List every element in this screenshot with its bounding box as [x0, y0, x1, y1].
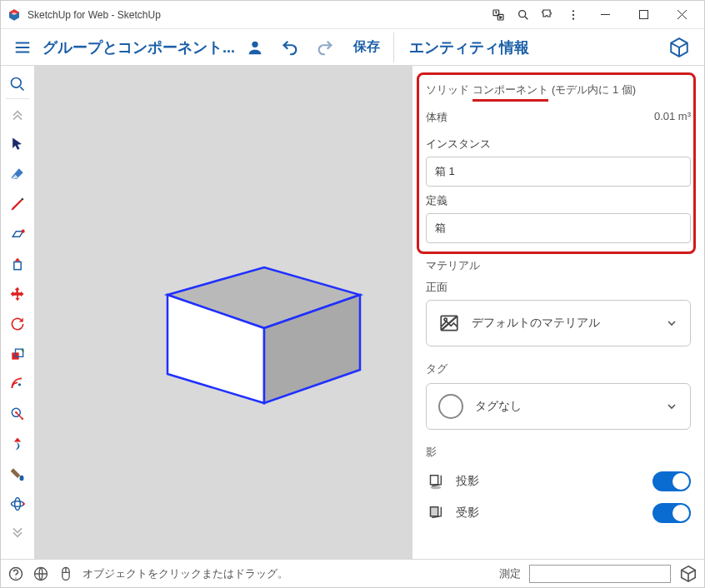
maximize-button[interactable]	[624, 1, 662, 29]
tag-swatch-icon	[438, 394, 463, 419]
search-tool[interactable]	[1, 69, 34, 99]
tag-dropdown[interactable]: タグなし	[426, 383, 691, 430]
svg-point-2	[519, 10, 526, 17]
close-button[interactable]	[662, 1, 701, 29]
svg-rect-6	[639, 11, 648, 19]
more-icon[interactable]	[561, 2, 586, 27]
model-box	[131, 237, 372, 420]
svg-point-5	[572, 17, 574, 19]
face-label: 正面	[426, 280, 691, 295]
svg-point-18	[12, 501, 24, 507]
chevron-down-icon	[665, 400, 678, 413]
panel-title: エンティティ情報	[409, 37, 529, 57]
svg-point-15	[15, 411, 17, 414]
pencil-tool[interactable]	[1, 189, 34, 219]
svg-point-16	[22, 418, 24, 421]
material-icon	[438, 312, 460, 334]
svg-point-24	[444, 318, 447, 321]
entity-cube-icon[interactable]	[664, 32, 694, 62]
definition-input[interactable]	[426, 213, 691, 243]
svg-point-13	[18, 383, 21, 386]
rotate-tool[interactable]	[1, 309, 34, 339]
window-title: SketchUp for Web - SketchUp	[28, 9, 161, 21]
eraser-tool[interactable]	[1, 159, 34, 189]
solid-suffix: (モデル内に 1 個)	[552, 82, 636, 97]
measure-input[interactable]	[529, 565, 671, 583]
entity-info-panel: ソリッド コンポーネント (モデル内に 1 個) 体積 0.01 m³ インスタ…	[412, 66, 704, 559]
solid-type-line: ソリッド コンポーネント (モデル内に 1 個)	[426, 82, 691, 102]
walk-tool[interactable]	[1, 429, 34, 459]
material-section-label: マテリアル	[426, 258, 691, 273]
orbit-tool[interactable]	[1, 489, 34, 519]
cast-shadow-icon	[426, 472, 444, 491]
menu-icon[interactable]	[11, 36, 34, 59]
svg-point-9	[22, 230, 25, 233]
svg-point-4	[572, 13, 574, 15]
collapse-tool[interactable]	[1, 99, 34, 129]
svg-point-3	[572, 10, 574, 12]
chevron-down-icon	[665, 316, 678, 330]
svg-line-25	[441, 316, 458, 330]
left-toolbar	[1, 66, 35, 559]
tape-tool[interactable]	[1, 399, 34, 429]
select-tool[interactable]	[1, 129, 34, 159]
svg-point-19	[15, 498, 21, 511]
pushpull-tool[interactable]	[1, 249, 34, 279]
paint-tool[interactable]	[1, 459, 34, 489]
user-icon[interactable]	[240, 32, 270, 62]
top-bar: グループとコンポーネント... 保存 エンティティ情報	[1, 29, 704, 66]
cast-shadow-label: 投影	[456, 474, 479, 489]
volume-label: 体積	[426, 110, 448, 125]
expand-tool[interactable]	[1, 519, 34, 549]
material-front-dropdown[interactable]: デフォルトのマテリアル	[426, 300, 691, 346]
tag-section-label: タグ	[426, 361, 691, 376]
svg-point-17	[20, 476, 24, 481]
title-bar: SketchUp for Web - SketchUp	[1, 1, 704, 29]
receive-shadow-icon	[426, 504, 444, 522]
receive-shadow-toggle[interactable]	[652, 503, 691, 523]
definition-label: 定義	[426, 193, 691, 208]
document-title[interactable]: グループとコンポーネント...	[42, 37, 235, 57]
svg-rect-10	[14, 262, 21, 270]
rectangle-tool[interactable]	[1, 219, 34, 249]
puzzle-icon[interactable]	[536, 2, 561, 27]
offset-tool[interactable]	[1, 369, 34, 399]
instance-input[interactable]	[426, 157, 691, 187]
help-icon[interactable]	[8, 566, 24, 582]
globe-icon[interactable]	[32, 566, 49, 582]
undo-button[interactable]	[275, 32, 305, 62]
solid-prefix: ソリッド	[426, 82, 469, 97]
svg-point-7	[252, 41, 258, 47]
tag-value: タグなし	[475, 399, 522, 414]
mouse-icon[interactable]	[58, 566, 74, 582]
material-value: デフォルトのマテリアル	[472, 316, 600, 331]
svg-point-26	[431, 486, 442, 490]
receive-shadow-label: 受影	[456, 506, 479, 521]
svg-point-28	[15, 577, 16, 578]
app-logo-icon	[8, 8, 21, 22]
measure-label: 測定	[499, 566, 521, 581]
instance-label: インスタンス	[426, 137, 691, 152]
svg-point-8	[12, 78, 22, 88]
extension-magnify-icon[interactable]	[511, 2, 536, 27]
scale-tool[interactable]	[1, 339, 34, 369]
redo-button[interactable]	[310, 32, 340, 62]
model-canvas[interactable]	[35, 66, 412, 559]
translate-icon[interactable]	[486, 2, 511, 27]
sketchup-icon[interactable]	[679, 565, 698, 583]
cast-shadow-toggle[interactable]	[652, 471, 691, 491]
status-bar: オブジェクトをクリックまたはドラッグ。 測定	[1, 559, 704, 587]
move-tool[interactable]	[1, 279, 34, 309]
volume-value: 0.01 m³	[654, 110, 691, 125]
minimize-button[interactable]	[586, 1, 624, 29]
shadow-section-label: 影	[426, 445, 691, 460]
save-button[interactable]: 保存	[345, 38, 388, 56]
status-hint: オブジェクトをクリックまたはドラッグ。	[82, 566, 491, 581]
solid-type: コンポーネント	[472, 82, 548, 102]
